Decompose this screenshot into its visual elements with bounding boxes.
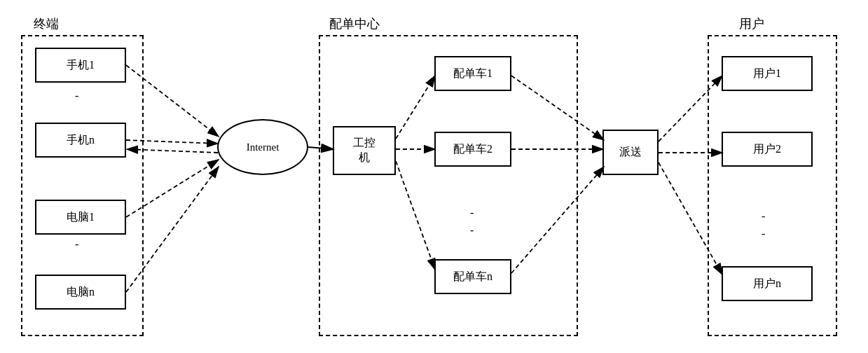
label-user: 用户 [739, 15, 764, 32]
dash-3: - [470, 207, 474, 219]
box-pcn: 电脑n [35, 275, 126, 310]
diagram: 终端 配单中心 用户 手机1 手机n 电脑1 电脑n - - Internet … [0, 0, 868, 353]
box-phone1: 手机1 [35, 48, 126, 83]
dash-2: - [75, 238, 78, 251]
box-carn: 配单车n [434, 259, 511, 294]
box-usern: 用户n [722, 266, 813, 301]
dash-6: - [762, 228, 765, 240]
dash-4: - [470, 224, 474, 237]
dash-1: - [75, 90, 78, 102]
box-pc1: 电脑1 [35, 200, 126, 235]
box-car2: 配单车2 [434, 132, 511, 167]
dash-5: - [762, 210, 765, 223]
box-car1: 配单车1 [434, 56, 511, 91]
box-delivery: 派送 [602, 130, 659, 175]
internet-node: Internet [217, 119, 308, 175]
box-controller: 工控 机 [333, 126, 396, 175]
box-user2: 用户2 [722, 132, 813, 167]
label-terminal: 终端 [34, 15, 59, 32]
box-phonen: 手机n [35, 123, 126, 158]
box-user1: 用户1 [722, 56, 813, 91]
label-dispatch-center: 配单中心 [329, 15, 380, 32]
